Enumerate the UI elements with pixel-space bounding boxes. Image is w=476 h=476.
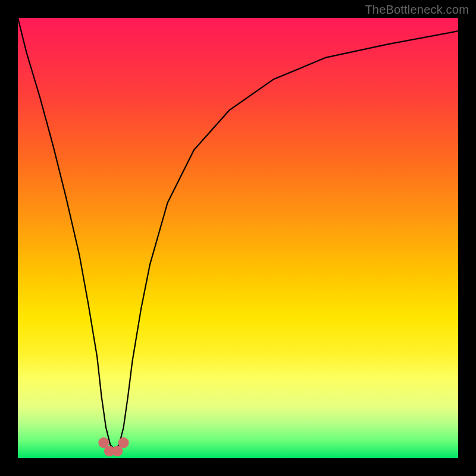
- marker-layer: [98, 437, 129, 456]
- chart-svg: [18, 18, 458, 458]
- chart-frame: TheBottleneck.com: [0, 0, 476, 476]
- bottleneck-curve: [18, 18, 458, 449]
- plot-area: [18, 18, 458, 458]
- watermark-text: TheBottleneck.com: [365, 3, 469, 17]
- curve-layer: [18, 18, 458, 449]
- valley-marker-right: [118, 437, 129, 448]
